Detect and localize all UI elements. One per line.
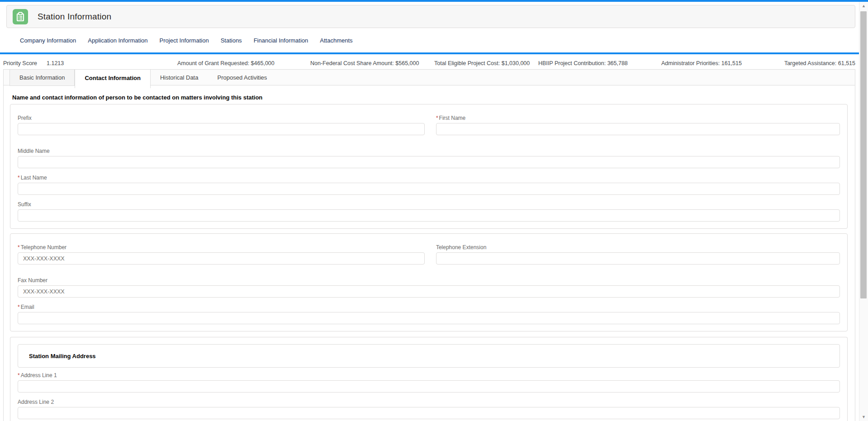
- grant-requested-label: Amount of Grant Requested:: [177, 60, 249, 66]
- clipboard-icon: [13, 9, 28, 24]
- telephone-label: *Telephone Number: [18, 244, 425, 251]
- nav-tab-application-information[interactable]: Application Information: [88, 37, 147, 45]
- contact-section-heading: Name and contact information of person t…: [12, 94, 855, 101]
- hbiip-contribution-value: 365,788: [607, 60, 628, 66]
- email-label: *Email: [18, 304, 840, 310]
- telephone-input[interactable]: [18, 252, 425, 265]
- grant-requested: Amount of Grant Requested: $465,000: [177, 60, 310, 67]
- prefix-field-group: Prefix: [18, 115, 425, 135]
- nav-tab-financial-information[interactable]: Financial Information: [254, 37, 308, 45]
- hbiip-contribution: HBIIP Project Contribution: 365,788: [538, 60, 661, 67]
- vertical-scrollbar[interactable]: ▲ ▼: [859, 2, 868, 421]
- non-federal-cost-share: Non-Federal Cost Share Amount: $565,000: [310, 60, 434, 67]
- nav-tab-attachments[interactable]: Attachments: [320, 37, 352, 45]
- targeted-assistance-value: 61,515: [838, 60, 855, 66]
- tab-proposed-activities[interactable]: Proposed Activities: [208, 70, 276, 86]
- top-accent-bar: [0, 0, 868, 2]
- scrollbar-down-icon[interactable]: ▼: [859, 414, 868, 420]
- required-marker: *: [18, 372, 20, 378]
- scrollbar-thumb[interactable]: [860, 11, 867, 298]
- page-header: Station Information: [6, 5, 855, 28]
- page: Station Information Company Information …: [0, 2, 859, 421]
- last-name-input[interactable]: [18, 183, 840, 195]
- extension-field-group: Telephone Extension: [436, 244, 840, 271]
- address1-label: *Address Line 1: [18, 372, 840, 378]
- extension-input[interactable]: [436, 252, 840, 265]
- last-name-field-group: *Last Name: [18, 175, 840, 195]
- hbiip-contribution-label: HBIIP Project Contribution:: [538, 60, 606, 66]
- administrator-priorities: Administrator Priorities: 161,515: [661, 60, 780, 67]
- telephone-label-text: Telephone Number: [21, 244, 66, 251]
- first-name-label-text: First Name: [439, 115, 466, 121]
- first-name-label: *First Name: [436, 115, 840, 121]
- address2-input[interactable]: [18, 407, 840, 419]
- prefix-label: Prefix: [18, 115, 425, 121]
- suffix-label-text: Suffix: [18, 201, 31, 208]
- address1-input[interactable]: [18, 380, 840, 393]
- non-federal-cost-share-value: $565,000: [395, 60, 419, 66]
- fax-input[interactable]: [18, 285, 840, 298]
- extension-label-text: Telephone Extension: [436, 244, 486, 251]
- middle-name-label-text: Middle Name: [18, 148, 50, 154]
- prefix-input[interactable]: [18, 123, 425, 135]
- email-field-group: *Email: [18, 304, 840, 324]
- email-label-text: Email: [21, 304, 34, 310]
- address1-label-text: Address Line 1: [21, 372, 57, 378]
- station-sub-tabs: Basic Information Contact Information Hi…: [4, 69, 855, 85]
- nav-tab-company-information[interactable]: Company Information: [20, 37, 76, 45]
- non-federal-cost-share-label: Non-Federal Cost Share Amount:: [310, 60, 394, 66]
- email-input[interactable]: [18, 312, 840, 324]
- priority-score: Priority Score 1.1213: [3, 60, 177, 67]
- mailing-address-card: Station Mailing Address *Address Line 1 …: [10, 337, 848, 421]
- required-marker: *: [436, 115, 438, 121]
- address1-field-group: *Address Line 1: [18, 372, 840, 393]
- address2-field-group: Address Line 2: [18, 399, 840, 419]
- total-eligible-cost: Total Eligible Project Cost: $1,030,000: [434, 60, 538, 67]
- tab-historical-data[interactable]: Historical Data: [151, 70, 208, 86]
- required-marker: *: [18, 304, 20, 310]
- priority-score-value: 1.1213: [47, 60, 64, 67]
- fax-label: Fax Number: [18, 277, 840, 284]
- name-card: Prefix *First Name Middle Name *Last Nam…: [10, 104, 848, 229]
- total-eligible-cost-value: $1,030,000: [502, 60, 530, 66]
- administrator-priorities-value: 161,515: [721, 60, 742, 66]
- tab-contact-information[interactable]: Contact Information: [75, 69, 151, 88]
- last-name-label: *Last Name: [18, 175, 840, 181]
- total-eligible-cost-label: Total Eligible Project Cost:: [434, 60, 500, 66]
- middle-name-label: Middle Name: [18, 148, 840, 154]
- scrollbar-up-icon[interactable]: ▲: [859, 3, 868, 9]
- suffix-label: Suffix: [18, 201, 840, 208]
- priority-score-label: Priority Score: [3, 60, 37, 67]
- phone-email-card: *Telephone Number Telephone Extension Fa…: [10, 233, 848, 331]
- last-name-label-text: Last Name: [21, 175, 47, 181]
- nav-tab-project-information[interactable]: Project Information: [160, 37, 209, 45]
- targeted-assistance: Targeted Assistance: 61,515: [780, 60, 855, 67]
- administrator-priorities-label: Administrator Priorities:: [661, 60, 720, 66]
- prefix-label-text: Prefix: [18, 115, 32, 121]
- suffix-field-group: Suffix: [18, 201, 840, 222]
- address2-label: Address Line 2: [18, 399, 840, 405]
- mailing-address-header: Station Mailing Address: [18, 344, 840, 368]
- first-name-input[interactable]: [436, 123, 840, 135]
- middle-name-input[interactable]: [18, 156, 840, 168]
- fax-label-text: Fax Number: [18, 277, 47, 284]
- priority-bar: Priority Score 1.1213 Amount of Grant Re…: [0, 54, 859, 69]
- grant-requested-value: $465,000: [251, 60, 275, 66]
- required-marker: *: [18, 244, 20, 251]
- fax-field-group: Fax Number: [18, 277, 840, 298]
- main-nav: Company Information Application Informat…: [0, 37, 859, 45]
- page-title: Station Information: [38, 12, 111, 22]
- extension-label: Telephone Extension: [436, 244, 840, 251]
- suffix-input[interactable]: [18, 209, 840, 222]
- address2-label-text: Address Line 2: [18, 399, 54, 405]
- targeted-assistance-label: Targeted Assistance:: [784, 60, 836, 66]
- first-name-field-group: *First Name: [436, 115, 840, 142]
- telephone-field-group: *Telephone Number: [18, 244, 425, 265]
- station-tab-panel: Basic Information Contact Information Hi…: [3, 69, 855, 421]
- mailing-address-title: Station Mailing Address: [29, 353, 96, 360]
- nav-tab-stations[interactable]: Stations: [221, 37, 242, 45]
- required-marker: *: [18, 175, 20, 181]
- tab-basic-information[interactable]: Basic Information: [9, 69, 75, 86]
- middle-name-field-group: Middle Name: [18, 148, 840, 168]
